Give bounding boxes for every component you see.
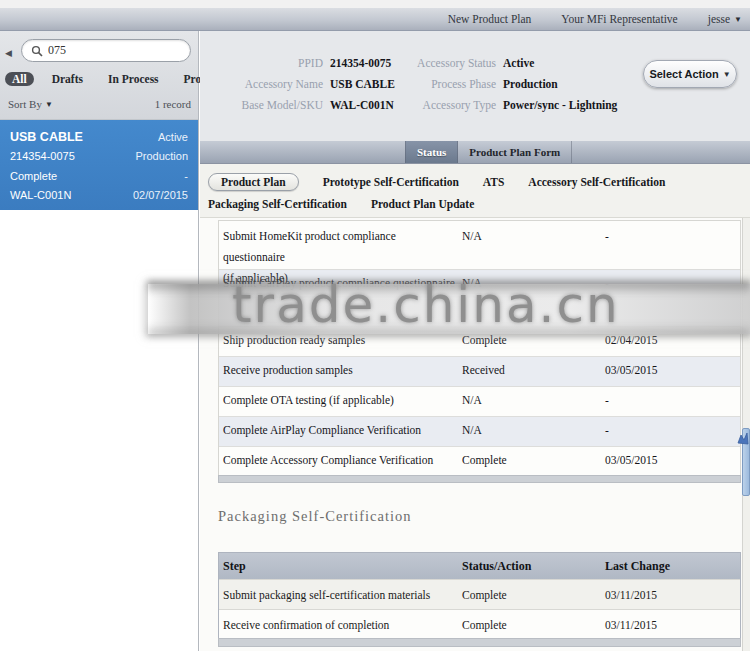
sort-row: Sort By ▼ 1 record xyxy=(8,98,191,110)
user-menu[interactable]: jesse ▼ xyxy=(708,13,742,25)
step-cell: Complete OTA testing (if applicable) xyxy=(223,394,462,406)
status-steps-table: Submit HomeKit product compliance questi… xyxy=(218,220,741,476)
status-cell: Complete xyxy=(462,454,605,466)
step-cell: Receive production samples xyxy=(223,364,462,376)
table-row: Receive confirmation of completion Compl… xyxy=(219,609,740,639)
filter-tabs: All Drafts In Process Production xyxy=(5,72,193,86)
last-change-cell: - xyxy=(605,277,740,289)
field-value-name: USB CABLE xyxy=(323,78,411,90)
collapse-sidebar-button[interactable]: ◀ xyxy=(1,41,16,65)
search-icon xyxy=(31,45,43,57)
table-row: Complete OTA testing (if applicable) N/A… xyxy=(219,386,740,416)
field-label: Accessory Name xyxy=(200,78,323,90)
status-cell: Complete xyxy=(462,589,605,601)
step-text: Submit HomeKit product compliance questi… xyxy=(223,230,396,263)
accessory-summary: PPID 214354-0075 Accessory Status Active… xyxy=(200,31,750,141)
column-header-last-change: Last Change xyxy=(605,559,740,574)
select-action-button[interactable]: Select Action ▼ xyxy=(643,60,737,88)
last-change-cell: 03/05/2015 xyxy=(605,364,740,376)
status-cell: Complete xyxy=(462,334,605,346)
field-label: PPID xyxy=(200,57,323,69)
accessory-list-item[interactable]: USB CABLE Active 214354-0075 Production … xyxy=(0,120,198,210)
field-value-ppid: 214354-0075 xyxy=(323,57,411,69)
field-label: Process Phase xyxy=(411,78,496,90)
packaging-table: Step Status/Action Last Change Submit pa… xyxy=(218,552,741,639)
table-row: Submit HomeKit product compliance questi… xyxy=(219,221,740,269)
tab-product-plan-form[interactable]: Product Plan Form xyxy=(458,141,572,163)
search-box[interactable] xyxy=(21,39,191,62)
sidebar-header: ◀ All Drafts In Process Production Sort … xyxy=(0,31,198,120)
record-phase: Production xyxy=(133,150,188,162)
step-cell: Complete AirPlay Compliance Verification xyxy=(223,424,462,436)
column-header-status-action: Status/Action xyxy=(462,559,605,574)
column-header-step: Step xyxy=(223,559,462,574)
subtab-product-plan-update[interactable]: Product Plan Update xyxy=(371,198,474,210)
table-footer-bar xyxy=(218,475,741,483)
record-ppid: 214354-0075 xyxy=(10,150,133,162)
mfi-representative-link[interactable]: Your MFi Representative xyxy=(561,13,677,25)
main-tab-bar: Status Product Plan Form xyxy=(200,141,750,164)
filter-drafts[interactable]: Drafts xyxy=(45,72,90,86)
status-content: Submit HomeKit product compliance questi… xyxy=(200,218,750,651)
subtab-prototype-self-certification[interactable]: Prototype Self-Certification xyxy=(323,176,459,188)
status-cell: N/A xyxy=(462,394,605,406)
table-row: Submit CarPlay product compliance questi… xyxy=(219,269,740,326)
step-cell: Receive confirmation of completion xyxy=(223,619,462,631)
status-cell: Received xyxy=(462,364,605,376)
user-name: jesse xyxy=(708,13,730,25)
last-change-cell: - xyxy=(605,226,740,247)
accessory-fields: PPID 214354-0075 Accessory Status Active… xyxy=(200,52,617,115)
last-change-cell: 02/04/2015 xyxy=(605,334,740,346)
field-value-phase: Production xyxy=(496,78,617,90)
record-state: Complete xyxy=(10,170,133,182)
new-product-plan-link[interactable]: New Product Plan xyxy=(448,13,532,25)
last-change-cell: 03/11/2015 xyxy=(605,589,740,601)
subtab-packaging-self-certification[interactable]: Packaging Self-Certification xyxy=(208,198,347,210)
field-label: Accessory Status xyxy=(411,57,496,69)
sub-tab-bar: Product Plan Prototype Self-Certificatio… xyxy=(200,164,750,218)
record-name: USB CABLE xyxy=(10,130,133,144)
table-row: Complete AirPlay Compliance Verification… xyxy=(219,416,740,446)
sort-by-label: Sort By xyxy=(8,98,42,110)
record-dash: - xyxy=(133,170,188,182)
step-cell: Submit CarPlay product compliance questi… xyxy=(223,277,462,289)
subtab-ats[interactable]: ATS xyxy=(483,176,505,188)
step-cell: Complete Accessory Compliance Verificati… xyxy=(223,454,462,466)
step-cell: Submit packaging self-certification mate… xyxy=(223,589,462,601)
filter-all[interactable]: All xyxy=(5,72,34,86)
tab-status[interactable]: Status xyxy=(405,141,458,163)
table-row: Ship production ready samples Complete 0… xyxy=(219,326,740,356)
status-cell: N/A xyxy=(462,226,605,247)
step-cell: Ship production ready samples xyxy=(223,334,462,346)
chevron-down-icon: ▼ xyxy=(723,70,731,79)
main-panel: PPID 214354-0075 Accessory Status Active… xyxy=(200,31,750,651)
last-change-cell: 03/11/2015 xyxy=(605,619,740,631)
sidebar: ◀ All Drafts In Process Production Sort … xyxy=(0,31,199,651)
filter-in-process[interactable]: In Process xyxy=(101,72,166,86)
table-row: Complete Accessory Compliance Verificati… xyxy=(219,446,740,476)
search-input[interactable] xyxy=(48,43,181,58)
edit-icon[interactable] xyxy=(737,431,749,446)
table-row: Receive production samples Received 03/0… xyxy=(219,356,740,386)
last-change-cell: - xyxy=(605,394,740,406)
record-count: 1 record xyxy=(155,98,191,110)
field-label: Accessory Type xyxy=(411,99,496,111)
field-value-sku: WAL-C001N xyxy=(323,99,411,111)
packaging-table-header: Step Status/Action Last Change xyxy=(219,553,740,579)
chevron-down-icon: ▼ xyxy=(45,100,53,109)
subtab-accessory-self-certification[interactable]: Accessory Self-Certification xyxy=(528,176,665,188)
select-action-label: Select Action xyxy=(649,68,718,80)
sort-by-dropdown[interactable]: Sort By ▼ xyxy=(8,98,53,110)
field-value-status: Active xyxy=(496,57,617,69)
status-cell: N/A xyxy=(462,277,605,289)
topbar: New Product Plan Your MFi Representative… xyxy=(0,8,750,31)
table-footer-bar xyxy=(218,638,741,647)
table-row: Submit packaging self-certification mate… xyxy=(219,579,740,609)
subtab-product-plan[interactable]: Product Plan xyxy=(208,173,299,191)
record-status: Active xyxy=(133,131,188,143)
status-cell: Complete xyxy=(462,619,605,631)
packaging-section-title: Packaging Self-Certification xyxy=(218,508,412,525)
record-sku: WAL-C001N xyxy=(10,189,133,201)
last-change-cell: - xyxy=(605,424,740,436)
top-strip xyxy=(0,0,750,8)
